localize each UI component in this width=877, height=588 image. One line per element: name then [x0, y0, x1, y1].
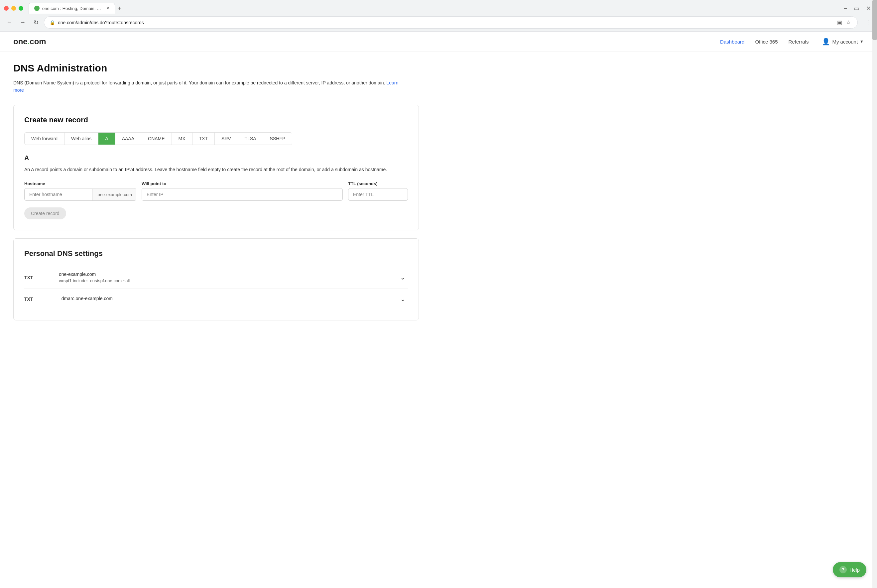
reload-button[interactable]: ↻ — [31, 17, 41, 28]
dns-expand-button-0[interactable]: ⌄ — [397, 273, 408, 282]
help-label: Help — [849, 567, 860, 573]
logo-suffix: com — [30, 37, 46, 46]
close-dot[interactable] — [4, 6, 9, 10]
site-logo: one.com — [13, 37, 46, 46]
ttl-group: TTL (seconds) — [348, 181, 408, 201]
hostname-input[interactable] — [25, 189, 92, 200]
personal-dns-title: Personal DNS settings — [24, 249, 408, 258]
address-bar[interactable]: 🔒 ▣ ☆ — [44, 16, 858, 28]
tab-mx[interactable]: MX — [172, 133, 192, 145]
tab-close-button[interactable]: × — [106, 6, 109, 11]
dns-record-name-1: _dmarc.one-example.com — [59, 296, 390, 301]
will-point-to-group: Will point to — [142, 181, 343, 201]
page-title: DNS Administration — [13, 63, 419, 74]
page-content: DNS Administration DNS (Domain Name Syst… — [0, 52, 432, 331]
logo-text: one — [13, 37, 28, 46]
new-tab-button[interactable]: + — [115, 3, 124, 14]
scrollbar-thumb[interactable] — [873, 0, 877, 40]
help-icon: ? — [840, 566, 847, 573]
dns-record-type-1: TXT — [24, 297, 51, 302]
window-buttons: – ▭ ✕ — [842, 4, 873, 13]
dns-tabs: Web forward Web alias A AAAA CNAME MX TX… — [24, 132, 292, 145]
tab-tlsa[interactable]: TLSA — [238, 133, 263, 145]
hostname-group: Hostname .one-example.com — [24, 181, 136, 201]
browser-nav: ← → ↻ 🔒 ▣ ☆ ⋮ — [0, 14, 877, 31]
tab-srv[interactable]: SRV — [215, 133, 238, 145]
nav-office365[interactable]: Office 365 — [755, 39, 778, 45]
dns-record-row-1: TXT _dmarc.one-example.com ⌄ — [24, 288, 408, 309]
tab-txt[interactable]: TXT — [192, 133, 215, 145]
lock-icon: 🔒 — [49, 20, 55, 25]
nav-referrals[interactable]: Referrals — [789, 39, 809, 45]
create-record-title: Create new record — [24, 116, 408, 124]
scrollbar-track[interactable] — [873, 0, 877, 580]
create-record-button[interactable]: Create record — [24, 207, 66, 219]
bookmark-button[interactable]: ☆ — [845, 19, 852, 26]
will-point-to-label: Will point to — [142, 181, 343, 186]
tab-web-forward[interactable]: Web forward — [25, 133, 64, 145]
record-description: An A record points a domain or subdomain… — [24, 166, 390, 173]
tab-title: one.com : Hosting, Domain, Ema... — [42, 6, 104, 11]
account-icon: 👤 — [822, 38, 830, 45]
dns-record-name-0: one-example.com — [59, 272, 390, 277]
hostname-input-wrapper: .one-example.com — [24, 188, 136, 201]
active-tab[interactable]: one.com : Hosting, Domain, Ema... × — [28, 3, 115, 14]
site-nav: Dashboard Office 365 Referrals — [720, 39, 808, 45]
nav-dashboard[interactable]: Dashboard — [720, 39, 744, 45]
ip-input[interactable] — [142, 188, 343, 201]
tab-aaaa[interactable]: AAAA — [115, 133, 141, 145]
more-options-button[interactable]: ⋮ — [863, 18, 873, 27]
forward-button[interactable]: → — [17, 17, 28, 28]
page-wrapper: one.com Dashboard Office 365 Referrals 👤… — [0, 32, 877, 580]
dns-record-details-0: one-example.com v=spf1 include:_custspf.… — [59, 272, 390, 283]
chevron-down-icon: ▼ — [860, 39, 864, 44]
win-close-button[interactable]: ✕ — [864, 4, 873, 13]
tab-sshfp[interactable]: SSHFP — [263, 133, 292, 145]
ttl-input[interactable] — [348, 188, 408, 201]
record-type-heading: A — [24, 154, 408, 162]
hostname-label: Hostname — [24, 181, 136, 186]
screenshot-button[interactable]: ▣ — [836, 19, 843, 26]
personal-dns-card: Personal DNS settings TXT one-example.co… — [13, 238, 419, 320]
url-input[interactable] — [58, 20, 833, 25]
window-controls — [4, 6, 23, 10]
account-area: 👤 My account ▼ — [822, 38, 864, 45]
tab-cname[interactable]: CNAME — [141, 133, 172, 145]
domain-suffix: .one-example.com — [92, 189, 136, 200]
my-account-button[interactable]: 👤 My account ▼ — [822, 38, 864, 45]
tab-web-alias[interactable]: Web alias — [64, 133, 98, 145]
site-header: one.com Dashboard Office 365 Referrals 👤… — [0, 32, 877, 52]
win-restore-button[interactable]: ▭ — [852, 4, 861, 13]
dns-record-details-1: _dmarc.one-example.com — [59, 296, 390, 303]
record-form-row: Hostname .one-example.com Will point to … — [24, 181, 408, 201]
dns-record-type-0: TXT — [24, 275, 51, 280]
tab-a[interactable]: A — [98, 133, 115, 145]
help-button[interactable]: ? Help — [833, 562, 867, 578]
browser-tabs: one.com : Hosting, Domain, Ema... × + — [28, 3, 839, 14]
minimize-dot[interactable] — [11, 6, 16, 10]
maximize-dot[interactable] — [19, 6, 23, 10]
page-description: DNS (Domain Name System) is a protocol f… — [13, 79, 399, 94]
dns-record-row-0: TXT one-example.com v=spf1 include:_cust… — [24, 266, 408, 288]
tab-favicon — [34, 6, 40, 11]
create-record-card: Create new record Web forward Web alias … — [13, 105, 419, 230]
ttl-label: TTL (seconds) — [348, 181, 408, 186]
dns-expand-button-1[interactable]: ⌄ — [397, 294, 408, 304]
win-minimize-button[interactable]: – — [842, 4, 849, 12]
create-button-row: Create record — [24, 206, 408, 219]
back-button[interactable]: ← — [4, 17, 15, 28]
dns-record-value-0: v=spf1 include:_custspf.one.com ~all — [59, 278, 390, 283]
my-account-label: My account — [832, 39, 858, 45]
browser-chrome: one.com : Hosting, Domain, Ema... × + – … — [0, 0, 877, 32]
